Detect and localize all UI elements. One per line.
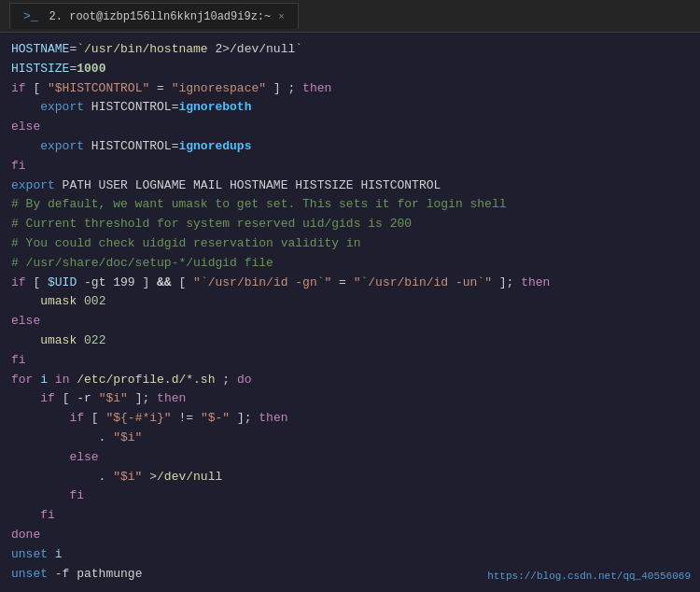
code-line: done	[11, 526, 689, 545]
close-icon[interactable]: ×	[278, 11, 285, 22]
code-line: if [ $UID -gt 199 ] && [ "`/usr/bin/id -…	[11, 274, 689, 293]
terminal-icon: >_	[23, 9, 38, 23]
code-line: else	[11, 118, 689, 137]
code-line: export HISTCONTROL=ignoredups	[11, 137, 689, 157]
code-line: fi	[11, 351, 689, 371]
code-line: else	[11, 448, 689, 468]
code-line: # By default, we want umask to get set. …	[11, 195, 689, 215]
code-line: fi	[11, 157, 689, 176]
tab-label: 2. root@izbp156lln6kknj10ad9i9z:~	[49, 10, 272, 23]
code-line: fi	[11, 506, 689, 526]
code-line: else	[11, 312, 689, 331]
code-line: HISTSIZE=1000	[11, 60, 689, 79]
code-line: umask 022	[11, 331, 689, 351]
code-line: for i in /etc/profile.d/*.sh ; do	[11, 371, 689, 390]
code-line: unset i	[11, 545, 689, 565]
title-bar: >_ 2. root@izbp156lln6kknj10ad9i9z:~ ×	[0, 0, 700, 33]
code-line: # Current threshold for system reserved …	[11, 215, 689, 234]
title-tab[interactable]: >_ 2. root@izbp156lln6kknj10ad9i9z:~ ×	[9, 3, 299, 29]
code-line: umask 002	[11, 292, 689, 312]
code-line: fi	[11, 486, 689, 506]
code-area: HOSTNAME=`/usr/bin/hostname 2>/dev/null`…	[0, 33, 700, 592]
code-line: . "$i" >/dev/null	[11, 468, 689, 487]
code-line: if [ "${-#*i}" != "$-" ]; then	[11, 409, 689, 429]
code-line: if [ "$HISTCONTROL" = "ignorespace" ] ; …	[11, 79, 689, 99]
url-label: https://blog.csdn.net/qq_40556069	[487, 571, 691, 582]
code-line: if [ -r "$i" ]; then	[11, 389, 689, 409]
code-line: export PATH USER LOGNAME MAIL HOSTNAME H…	[11, 176, 689, 196]
code-line: # /usr/share/doc/setup-*/uidgid file	[11, 254, 689, 274]
code-line: # You could check uidgid reservation val…	[11, 234, 689, 254]
code-line: export HISTCONTROL=ignoreboth	[11, 98, 689, 118]
code-line: HOSTNAME=`/usr/bin/hostname 2>/dev/null`	[11, 40, 689, 60]
code-line: . "$i"	[11, 429, 689, 448]
